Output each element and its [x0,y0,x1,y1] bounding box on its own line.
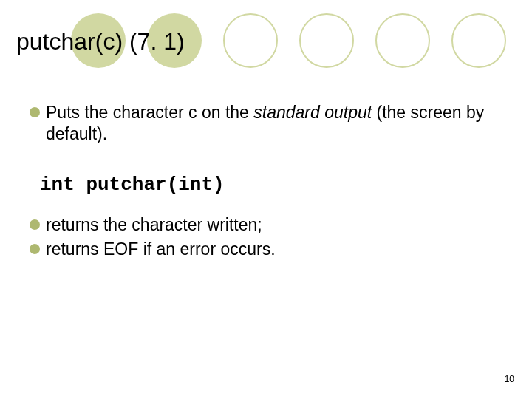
slide-title: putchar(c) (7. 1) [16,28,185,55]
bullet-text-2: returns the character written; [46,214,488,236]
circle-outline-1 [223,13,278,68]
bullet-text-1: Puts the character c on the standard out… [46,102,488,145]
bullet-item-3: returns EOF if an error occurs. [30,239,488,260]
bullet-item-1: Puts the character c on the standard out… [30,102,488,145]
bullet-icon [30,219,40,230]
bullet-item-2: returns the character written; [30,214,488,236]
circle-outline-4 [451,13,506,68]
page-number: 10 [505,374,514,384]
bullet-text-3: returns EOF if an error occurs. [46,239,488,260]
bullet-icon [30,244,40,254]
bullet-icon [30,107,40,117]
code-signature: int putchar(int) [40,173,488,197]
circle-outline-3 [375,13,430,68]
slide-body: Puts the character c on the standard out… [30,102,488,263]
bullet-1-pre: Puts the character c on the [46,103,253,122]
bullet-1-emph: standard output [253,103,372,122]
circle-outline-2 [299,13,354,68]
